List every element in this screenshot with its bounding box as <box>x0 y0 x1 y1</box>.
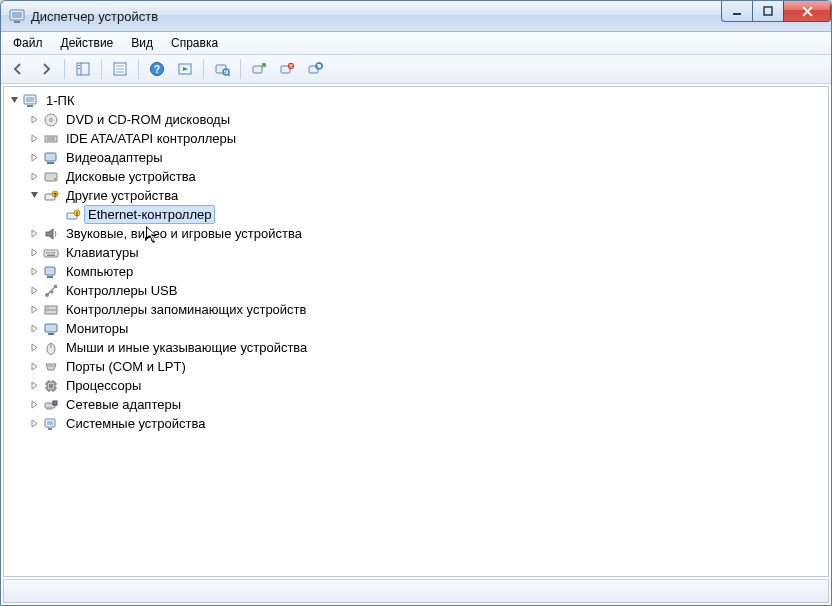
svg-text:?: ? <box>53 191 57 197</box>
svg-point-42 <box>54 178 56 180</box>
keyboard-icon <box>43 245 59 261</box>
app-icon <box>9 8 25 24</box>
tree-item-mouse[interactable]: Мыши и иные указывающие устройства <box>6 338 826 357</box>
expand-icon[interactable] <box>28 398 41 411</box>
svg-rect-100 <box>47 421 53 425</box>
network-adapter-icon <box>43 397 59 413</box>
display-adapter-icon <box>43 150 59 166</box>
tree-item-other[interactable]: ? Другие устройства <box>6 186 826 205</box>
tree-item-monitor[interactable]: Мониторы <box>6 319 826 338</box>
unknown-device-icon: ! <box>65 207 81 223</box>
node-label: 1-ПК <box>42 91 78 110</box>
device-tree[interactable]: 1-ПК DVD и CD-ROM дисководы IDE ATA/ATAP… <box>3 86 829 577</box>
expand-icon[interactable] <box>28 170 41 183</box>
titlebar: Диспетчер устройств <box>1 1 831 32</box>
monitor-icon <box>43 321 59 337</box>
scan-hardware-button[interactable] <box>209 56 235 82</box>
toolbar-separator <box>64 59 65 79</box>
minimize-button[interactable] <box>721 1 753 22</box>
menu-view[interactable]: Вид <box>123 34 161 52</box>
storage-controller-icon <box>43 302 59 318</box>
tree-item-dvd[interactable]: DVD и CD-ROM дисководы <box>6 110 826 129</box>
svg-rect-72 <box>45 324 57 332</box>
menu-help[interactable]: Справка <box>163 34 226 52</box>
node-label: Контроллеры запоминающих устройств <box>62 300 310 319</box>
disk-icon <box>43 169 59 185</box>
expand-icon[interactable] <box>28 322 41 335</box>
forward-button[interactable] <box>33 56 59 82</box>
expand-icon[interactable] <box>28 113 41 126</box>
svg-rect-56 <box>51 252 53 254</box>
toolbar: ? <box>1 55 831 84</box>
tree-item-ide[interactable]: IDE ATA/ATAPI контроллеры <box>6 129 826 148</box>
svg-marker-62 <box>32 287 37 294</box>
node-label: Мыши и иные указывающие устройства <box>62 338 311 357</box>
window-buttons <box>721 1 831 31</box>
node-label: Процессоры <box>62 376 145 395</box>
tree-item-storage[interactable]: Контроллеры запоминающих устройств <box>6 300 826 319</box>
close-button[interactable] <box>783 1 831 22</box>
expand-icon[interactable] <box>28 341 41 354</box>
svg-rect-101 <box>48 428 52 430</box>
tree-item-video[interactable]: Видеоадаптеры <box>6 148 826 167</box>
expand-icon[interactable] <box>28 303 41 316</box>
expand-icon[interactable] <box>28 132 41 145</box>
svg-rect-2 <box>14 21 20 23</box>
tree-item-computer[interactable]: Компьютер <box>6 262 826 281</box>
svg-rect-73 <box>48 333 54 335</box>
tree-item-usb[interactable]: Контроллеры USB <box>6 281 826 300</box>
svg-point-70 <box>47 307 49 309</box>
svg-rect-55 <box>49 252 51 254</box>
tree-item-cpu[interactable]: Процессоры <box>6 376 826 395</box>
menu-file[interactable]: Файл <box>5 34 51 52</box>
expand-icon[interactable] <box>28 379 41 392</box>
expand-icon[interactable] <box>28 151 41 164</box>
expand-icon[interactable] <box>28 417 41 430</box>
expand-icon[interactable] <box>28 227 41 240</box>
update-driver-button[interactable] <box>246 56 272 82</box>
svg-marker-67 <box>32 306 37 313</box>
collapse-icon[interactable] <box>28 189 41 202</box>
tree-item-system[interactable]: Системные устройства <box>6 414 826 433</box>
expand-icon[interactable] <box>28 284 41 297</box>
svg-point-78 <box>48 365 49 366</box>
svg-marker-92 <box>32 401 37 408</box>
action-button[interactable] <box>172 56 198 82</box>
uninstall-button[interactable] <box>274 56 300 82</box>
menubar: Файл Действие Вид Справка <box>1 32 831 55</box>
tree-item-keyboard[interactable]: Клавиатуры <box>6 243 826 262</box>
svg-point-66 <box>51 290 54 293</box>
svg-rect-28 <box>26 97 34 102</box>
svg-rect-39 <box>47 162 54 164</box>
disable-button[interactable] <box>302 56 328 82</box>
back-button[interactable] <box>5 56 31 82</box>
node-label: Мониторы <box>62 319 132 338</box>
content-area: 1-ПК DVD и CD-ROM дисководы IDE ATA/ATAP… <box>1 84 831 605</box>
svg-rect-1 <box>12 12 22 18</box>
svg-marker-37 <box>32 154 37 161</box>
svg-rect-57 <box>54 252 56 254</box>
help-button[interactable]: ? <box>144 56 170 82</box>
tree-item-ports[interactable]: Порты (COM и LPT) <box>6 357 826 376</box>
tree-item-ethernet[interactable]: ! Ethernet-контроллер <box>6 205 826 224</box>
menu-action[interactable]: Действие <box>53 34 122 52</box>
svg-rect-60 <box>45 267 55 275</box>
collapse-icon[interactable] <box>8 94 21 107</box>
tree-item-disk[interactable]: Дисковые устройства <box>6 167 826 186</box>
maximize-button[interactable] <box>752 1 784 22</box>
svg-rect-94 <box>53 401 57 405</box>
expand-icon[interactable] <box>28 265 41 278</box>
svg-marker-33 <box>32 135 37 142</box>
show-hide-tree-button[interactable] <box>70 56 96 82</box>
svg-point-32 <box>50 118 53 121</box>
svg-marker-51 <box>46 229 53 239</box>
expand-icon[interactable] <box>28 246 41 259</box>
svg-rect-7 <box>78 65 80 66</box>
toolbar-separator <box>101 59 102 79</box>
tree-root[interactable]: 1-ПК <box>6 91 826 110</box>
svg-text:!: ! <box>76 210 78 216</box>
tree-item-sound[interactable]: Звуковые, видео и игровые устройства <box>6 224 826 243</box>
expand-icon[interactable] <box>28 360 41 373</box>
tree-item-network[interactable]: Сетевые адаптеры <box>6 395 826 414</box>
properties-button[interactable] <box>107 56 133 82</box>
